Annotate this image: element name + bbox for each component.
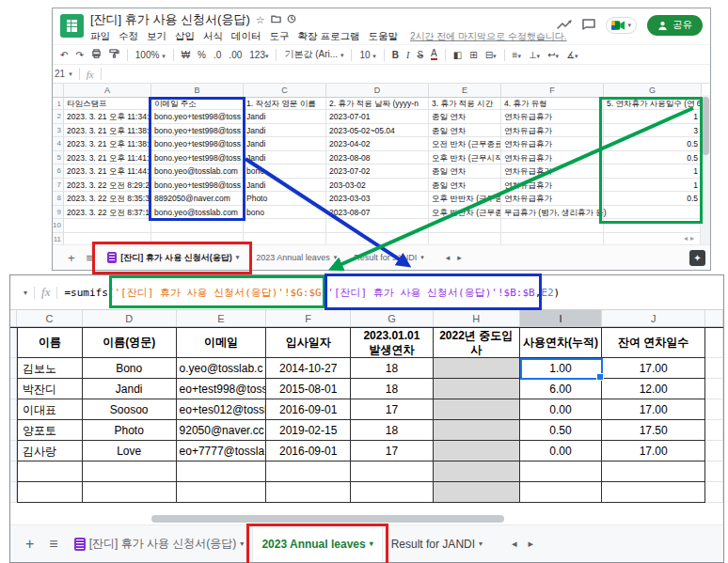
cell[interactable]: bono.yeo+test998@toss (151, 179, 244, 193)
cell[interactable] (705, 328, 723, 358)
column-header-E[interactable]: E (177, 310, 267, 327)
cell[interactable]: 3. 휴가 적용 시간 (429, 98, 501, 110)
activity-icon[interactable] (557, 17, 572, 34)
cell[interactable]: 사용연차(누적) (520, 328, 603, 358)
explore-button[interactable]: ✦ (689, 250, 705, 266)
cell[interactable]: 무급휴가 (병가, 생리휴가 등) (501, 206, 604, 220)
cell[interactable]: o.yeo@tosslab.c (177, 358, 267, 379)
cell[interactable]: bono.yeo+test998@toss (151, 137, 244, 151)
row-header[interactable] (10, 379, 17, 399)
decrease-decimal-button[interactable]: .0 (214, 50, 221, 60)
cell[interactable] (705, 461, 723, 482)
cell[interactable] (434, 379, 520, 399)
cell[interactable]: 입사일자 (266, 328, 351, 358)
cell[interactable]: 17.50 (602, 420, 705, 441)
sheet-tab-result-jandi[interactable]: Result for JANDI▾ (383, 525, 491, 562)
cell[interactable] (520, 461, 603, 482)
cell[interactable] (83, 482, 177, 503)
menu-format[interactable]: 서식 (203, 30, 223, 43)
cell[interactable] (705, 482, 723, 503)
cell[interactable]: bono.yeo+test998@toss (151, 151, 244, 165)
column-header-D[interactable]: D (326, 84, 429, 98)
cell[interactable]: 박잔디 (17, 379, 83, 399)
menu-view[interactable]: 보기 (147, 30, 166, 43)
star-icon[interactable]: ☆ (256, 14, 265, 26)
row-header[interactable] (10, 461, 17, 482)
cell[interactable] (602, 482, 705, 503)
name-box[interactable]: 21 (55, 69, 65, 79)
column-header-I[interactable]: I (520, 310, 603, 327)
cell[interactable] (266, 482, 351, 503)
vertical-scrollbar[interactable] (700, 95, 710, 245)
format-currency-button[interactable]: ₩ (182, 50, 190, 60)
horizontal-scroll-arrows[interactable]: ◂▸ (684, 234, 697, 242)
cell[interactable] (64, 219, 151, 233)
redo-icon[interactable]: ↷ (75, 50, 83, 60)
sheet-tab-annual-leaves[interactable]: 2023 Annual leaves▾ (247, 245, 345, 270)
column-header-partial[interactable] (705, 310, 723, 327)
cell[interactable]: eo+7777@tossla (177, 441, 267, 461)
meet-button[interactable]: ▾ (606, 17, 637, 34)
cell[interactable]: 1 (604, 164, 702, 179)
menu-edit[interactable]: 수정 (119, 30, 138, 43)
cell[interactable]: 2016-09-01 (266, 441, 351, 461)
cell[interactable]: Jandi (244, 110, 326, 124)
cell[interactable]: 2019-02-15 (266, 420, 351, 441)
column-header-E[interactable]: E (429, 84, 501, 98)
cell[interactable] (177, 482, 267, 503)
cell[interactable]: 2023. 3. 22 오전 8:37:1 (64, 206, 151, 220)
cell[interactable]: 2023. 3. 21 오후 11:38:1 (64, 137, 151, 151)
cell[interactable]: 연차유급휴가 (501, 151, 604, 165)
cell[interactable]: 0.5 (604, 151, 702, 165)
cell[interactable] (434, 482, 520, 503)
cell[interactable]: 17 (351, 441, 434, 461)
cell[interactable]: 1. 작성자 영문 이름 (244, 98, 326, 110)
column-header-C[interactable]: C (244, 84, 326, 98)
cell[interactable]: 연차유급휴가 (501, 137, 604, 151)
cell[interactable]: 이대표 (17, 399, 83, 420)
more-formats-button[interactable]: 123▾ (249, 50, 268, 60)
cell[interactable]: bono (244, 206, 326, 220)
cell[interactable]: 2023. 3. 22 오전 8:35:3 (64, 192, 151, 206)
column-header-G[interactable]: G (604, 84, 702, 98)
row-header[interactable] (10, 358, 17, 379)
cell[interactable] (602, 461, 705, 482)
cell[interactable]: 종일 연차 (429, 110, 501, 124)
horizontal-align-button[interactable]: ≡▾ (513, 50, 521, 60)
cell[interactable] (434, 399, 520, 420)
cell[interactable]: bono.yeo@tosslab.com (151, 164, 244, 179)
cell[interactable]: Photo (83, 420, 177, 441)
cell[interactable]: 연차유급휴가 (501, 124, 604, 138)
row-header[interactable] (10, 482, 17, 503)
last-edit-link[interactable]: 2시간 전에 마지막으로 수정했습니다. (410, 30, 567, 43)
cell[interactable]: 종일 연차 (429, 164, 501, 179)
column-header-A[interactable]: A (64, 84, 151, 98)
cell[interactable]: eo+test998@tossl (177, 379, 267, 399)
cell[interactable]: 종일 연차 (429, 179, 501, 193)
cell[interactable]: 2014-10-27 (266, 358, 351, 379)
row-header[interactable] (10, 328, 17, 358)
row-header[interactable]: 7 (53, 179, 64, 193)
row-header[interactable]: 3 (53, 124, 64, 138)
cell[interactable]: 2015-08-01 (266, 379, 351, 399)
cell[interactable]: 0.00 (520, 441, 603, 461)
cell[interactable]: eo+tes012@tossl (177, 399, 267, 420)
all-sheets-button[interactable]: ≡ (81, 251, 100, 265)
cell[interactable]: 0.50 (520, 420, 603, 441)
cell[interactable] (705, 441, 723, 461)
column-header-D[interactable]: D (83, 310, 177, 327)
cell[interactable]: 오후 반반차 (근무종료 시 (429, 206, 501, 220)
cell[interactable]: 오후 반반차 (근무종료 시 (429, 192, 501, 206)
cell[interactable]: Soosoo (83, 399, 177, 420)
cell[interactable] (705, 399, 723, 420)
corner-cell[interactable] (10, 310, 17, 327)
sheet-tab-form-responses[interactable]: [잔디] 휴가 사용 신청서(응답)▾ (66, 525, 253, 562)
cell[interactable]: 2023.01.01 발생연차 (351, 328, 434, 358)
cell[interactable]: bono (244, 164, 326, 179)
cell[interactable]: 2023. 3. 21 오후 11:41:1 (64, 151, 151, 165)
cell[interactable]: 오후 반차 (근무시작 시간 (429, 151, 501, 165)
menu-extensions[interactable]: 확장 프로그램 (298, 30, 360, 43)
cell[interactable] (501, 219, 604, 233)
row-header[interactable]: 9 (53, 206, 64, 220)
cell[interactable]: 종일 연차 (429, 124, 501, 138)
